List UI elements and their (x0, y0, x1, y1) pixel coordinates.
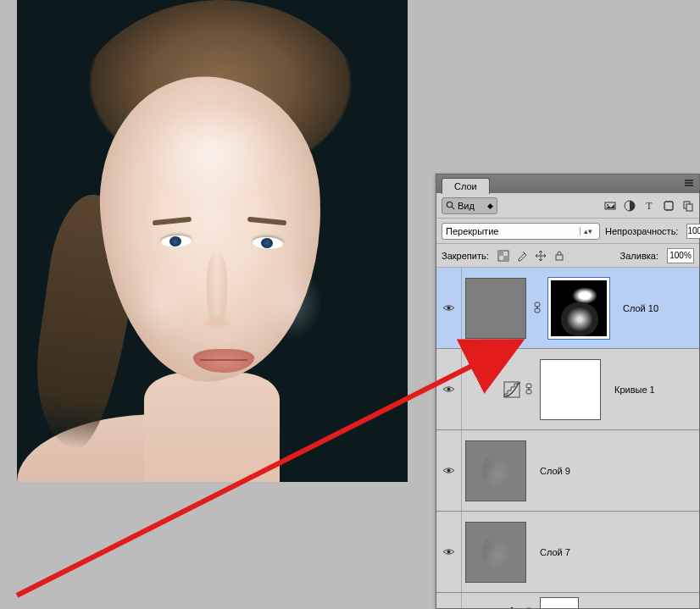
lock-position-icon[interactable] (535, 250, 547, 262)
layer-thumbnail[interactable] (465, 278, 526, 339)
layer-mask-thumbnail[interactable] (540, 597, 579, 608)
opacity-label: Непрозрачность: (605, 226, 678, 236)
visibility-toggle[interactable] (436, 349, 462, 429)
layer-row[interactable]: Кривые 1 (436, 349, 699, 430)
layer-name: Слой 10 (623, 303, 658, 313)
fill-label: Заливка: (620, 251, 658, 261)
layer-thumbnail[interactable] (465, 440, 526, 501)
portrait-neck (144, 373, 280, 482)
opacity-input[interactable]: 100% (686, 224, 700, 239)
layer-row[interactable]: Слой 9 (436, 430, 699, 512)
portrait-nose (207, 254, 227, 322)
link-icon (521, 383, 536, 396)
panel-tabbar: Слои (436, 174, 699, 193)
visibility-toggle[interactable] (436, 268, 462, 348)
search-label: Вид (458, 201, 475, 211)
visibility-toggle[interactable] (436, 512, 462, 592)
svg-point-13 (447, 306, 450, 309)
portrait-highlight (144, 102, 280, 203)
svg-rect-11 (503, 256, 508, 261)
panel-lock-row: Закрепить: Заливка: 100% (436, 244, 699, 268)
canvas[interactable] (17, 0, 408, 482)
panel-blend-row: Перекрытие ▴▾ Непрозрачность: 100% (436, 219, 699, 244)
color-balance-icon (503, 605, 521, 608)
svg-rect-12 (556, 255, 563, 260)
filter-type-icon[interactable]: T (643, 200, 655, 212)
svg-rect-10 (498, 251, 503, 256)
svg-point-3 (607, 204, 608, 206)
svg-point-23 (447, 550, 450, 553)
svg-rect-6 (664, 202, 673, 210)
link-icon (530, 302, 545, 315)
layer-search-dropdown[interactable]: Вид ◆ (442, 197, 497, 214)
panel-filter-row: Вид ◆ T (436, 193, 699, 219)
filter-pixel-icon[interactable] (604, 200, 616, 212)
search-icon (446, 201, 455, 210)
portrait-cheek-left (132, 263, 192, 339)
filter-adjustment-icon[interactable] (624, 200, 636, 212)
svg-rect-8 (686, 204, 692, 211)
svg-text:T: T (646, 200, 653, 212)
svg-line-1 (452, 207, 454, 209)
curves-icon (503, 380, 521, 399)
layer-mask-thumbnail[interactable] (548, 278, 609, 339)
panel-menu-icon[interactable] (682, 177, 696, 189)
layer-name: Кривые 1 (614, 385, 655, 395)
blend-mode-dropdown[interactable]: Перекрытие ▴▾ (442, 223, 600, 240)
layer-name: Слой 7 (540, 547, 570, 557)
visibility-toggle[interactable] (436, 593, 462, 608)
filter-smart-icon[interactable] (682, 200, 694, 212)
lock-all-icon[interactable] (553, 250, 565, 262)
svg-point-0 (447, 202, 452, 207)
link-icon (521, 607, 536, 608)
lock-label: Закрепить: (442, 251, 489, 261)
layer-thumbnail[interactable] (465, 522, 526, 583)
svg-point-17 (447, 387, 450, 390)
visibility-toggle[interactable] (436, 430, 462, 511)
layer-row-selected[interactable]: Слой 10 (436, 268, 699, 349)
layer-row[interactable]: Слой 7 (436, 512, 699, 593)
svg-point-26 (511, 607, 514, 609)
filter-shape-icon[interactable] (663, 200, 675, 212)
portrait-nose-tip (202, 315, 232, 330)
blend-mode-value: Перекрытие (446, 226, 498, 236)
lock-pixels-icon[interactable] (516, 250, 528, 262)
svg-point-22 (447, 468, 450, 472)
layer-name: Слой 9 (540, 466, 570, 476)
portrait-cheek-right (263, 264, 322, 340)
fill-input[interactable]: 100% (667, 248, 694, 263)
layer-mask-thumbnail[interactable] (540, 359, 601, 420)
layers-panel: Слои Вид ◆ T (436, 174, 700, 609)
layers-list: Слой 10 Кривые 1 Слой 9 (436, 268, 699, 608)
lock-transparent-icon[interactable] (497, 250, 509, 262)
tab-layers[interactable]: Слои (442, 178, 490, 194)
layer-row[interactable]: Цветовой то... (436, 593, 699, 608)
chevron-updown-icon: ▴▾ (580, 227, 596, 235)
